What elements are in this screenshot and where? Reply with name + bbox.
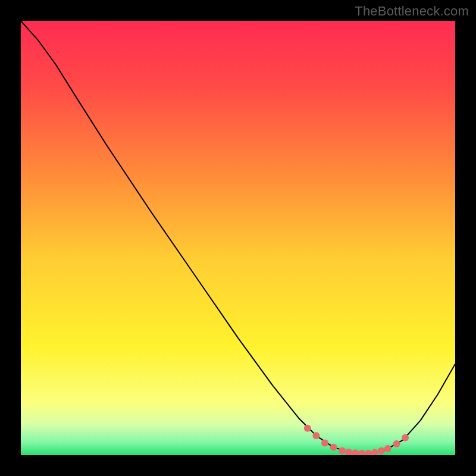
marker-dot (339, 447, 346, 455)
marker-dot (312, 432, 320, 439)
marker-dot (321, 440, 328, 447)
plot-area (21, 21, 455, 455)
marker-dot (393, 440, 400, 447)
gradient-background (21, 21, 455, 455)
marker-dot (304, 425, 311, 432)
chart-svg (21, 21, 455, 455)
marker-dot (378, 447, 385, 455)
chart-container: TheBottleneck.com (0, 0, 476, 476)
watermark-text: TheBottleneck.com (355, 4, 469, 19)
marker-dot (384, 445, 392, 452)
marker-dot (402, 434, 409, 441)
marker-dot (330, 444, 337, 451)
